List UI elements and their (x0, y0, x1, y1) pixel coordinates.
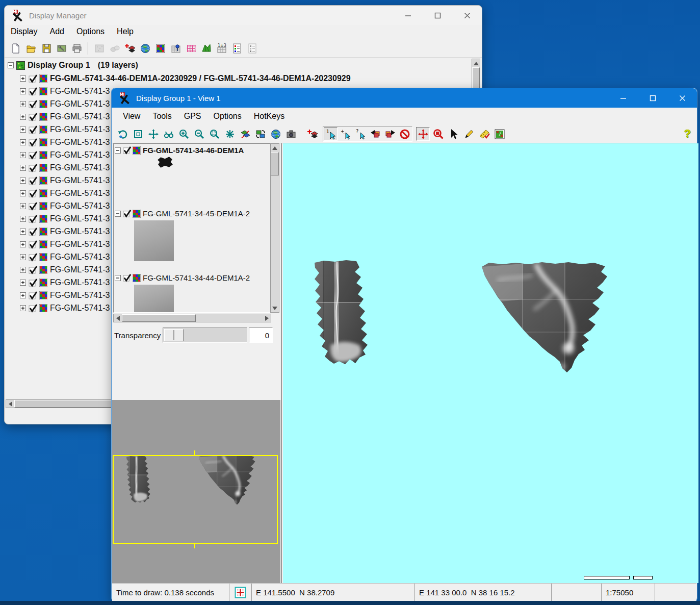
expand-icon[interactable] (20, 254, 26, 260)
checkbox-checked-icon[interactable] (123, 209, 132, 218)
view-titlebar[interactable]: Display Group 1 - View 1 (112, 88, 697, 108)
frame-icon[interactable] (131, 127, 145, 141)
add-grid-icon[interactable] (184, 41, 198, 55)
checkbox-checked-icon[interactable] (29, 87, 38, 96)
add-database-icon[interactable] (215, 41, 228, 55)
checkbox-checked-icon[interactable] (29, 99, 38, 109)
georeference-icon[interactable] (492, 127, 506, 141)
collapse-icon[interactable] (115, 147, 121, 154)
layer-row[interactable]: FG-GML-5741-34-46-DEM1A-20230929 / FG-GM… (6, 72, 471, 85)
scroll-left-icon[interactable] (114, 314, 122, 322)
scroll-right-icon[interactable] (263, 314, 271, 322)
edit-tool-icon[interactable] (462, 127, 476, 141)
maximize-button[interactable] (638, 88, 667, 108)
layer-panel-vscrollbar[interactable] (270, 143, 279, 313)
checkbox-checked-icon[interactable] (29, 291, 38, 300)
scroll-left-icon[interactable] (6, 400, 14, 408)
pan-tool-icon[interactable] (416, 127, 430, 141)
measure-tool-icon[interactable] (477, 127, 491, 141)
zoom-out-icon[interactable] (192, 127, 206, 141)
zoom-in-icon[interactable] (177, 127, 191, 141)
new-file-icon[interactable] (9, 41, 22, 55)
transparency-value[interactable]: 0 (249, 327, 273, 343)
expand-icon[interactable] (20, 178, 26, 184)
menu-options[interactable]: Options (214, 112, 242, 121)
minimize-button[interactable] (393, 6, 423, 25)
layer-item[interactable]: FG-GML-5741-34-46-DEM1A (115, 146, 244, 155)
checkbox-checked-icon[interactable] (29, 163, 38, 172)
checkbox-checked-icon[interactable] (29, 253, 38, 262)
checkbox-checked-icon[interactable] (29, 74, 38, 83)
display-manager-titlebar[interactable]: Display Manager (5, 6, 482, 25)
expand-icon[interactable] (20, 216, 26, 222)
expand-icon[interactable] (20, 127, 26, 133)
pointer-tool-icon[interactable] (447, 127, 460, 141)
expand-icon[interactable] (20, 292, 26, 298)
expand-icon[interactable] (20, 75, 26, 82)
expand-icon[interactable] (20, 152, 26, 158)
expand-icon[interactable] (20, 139, 26, 145)
layers-icon[interactable] (238, 127, 252, 141)
checkbox-checked-icon[interactable] (29, 176, 38, 185)
redraw-icon[interactable] (116, 127, 129, 141)
help-button[interactable]: ? (684, 127, 691, 140)
menu-options[interactable]: Options (76, 27, 105, 36)
crosshair-status-icon[interactable] (229, 584, 252, 601)
binoculars-icon[interactable] (162, 127, 175, 141)
add-rgb-raster-icon[interactable] (153, 41, 167, 55)
checkbox-checked-icon[interactable] (123, 146, 132, 155)
layer-item[interactable]: FG-GML-5741-34-45-DEM1A-2 (115, 209, 250, 218)
display-group-row[interactable]: Display Group 1 (19 layers) (6, 59, 471, 72)
minimize-button[interactable] (608, 88, 638, 108)
open-file-icon[interactable] (24, 41, 38, 55)
zoom-rect-tool-icon[interactable] (431, 127, 445, 141)
checkbox-checked-icon[interactable] (123, 273, 132, 282)
select-plusminus-icon[interactable] (339, 127, 352, 141)
view-extent-rectangle[interactable] (113, 455, 278, 544)
add-layer-icon[interactable] (123, 41, 137, 55)
expand-icon[interactable] (20, 88, 26, 94)
checkbox-checked-icon[interactable] (29, 240, 38, 249)
collapse-icon[interactable] (8, 62, 14, 68)
layer-item[interactable]: FG-GML-5741-34-44-DEM1A-2 (115, 273, 250, 282)
next-element-icon[interactable] (383, 127, 397, 141)
checkbox-checked-icon[interactable] (29, 125, 38, 134)
add-terrain-icon[interactable] (199, 41, 213, 55)
checkbox-checked-icon[interactable] (29, 265, 38, 274)
scrollbar-thumb[interactable] (271, 152, 279, 175)
menu-help[interactable]: Help (117, 27, 134, 36)
save-icon[interactable] (39, 41, 53, 55)
expand-icon[interactable] (20, 203, 26, 209)
expand-icon[interactable] (20, 280, 26, 286)
checkbox-checked-icon[interactable] (29, 112, 38, 121)
menu-gps[interactable]: GPS (184, 112, 201, 121)
add-layer-icon[interactable] (305, 127, 319, 141)
previous-element-icon[interactable] (368, 127, 382, 141)
checkbox-checked-icon[interactable] (29, 201, 38, 211)
scroll-down-icon[interactable] (271, 304, 279, 312)
menu-tools[interactable]: Tools (152, 112, 171, 121)
menu-add[interactable]: Add (49, 27, 64, 36)
checkbox-checked-icon[interactable] (29, 304, 38, 313)
close-button[interactable] (452, 6, 482, 25)
collapse-icon[interactable] (115, 275, 121, 281)
display-setup-icon[interactable] (55, 41, 68, 55)
snapshot-icon[interactable] (284, 127, 298, 141)
select-query-icon[interactable] (353, 127, 367, 141)
menu-view[interactable]: View (123, 112, 140, 121)
scrollbar-thumb[interactable] (122, 314, 196, 322)
zoom-box-icon[interactable] (208, 127, 221, 141)
full-extent-icon[interactable] (223, 127, 237, 141)
expand-icon[interactable] (20, 165, 26, 171)
scroll-up-icon[interactable] (472, 59, 480, 67)
checkbox-checked-icon[interactable] (29, 214, 38, 223)
menu-display[interactable]: Display (11, 27, 37, 36)
layer-panel-hscrollbar[interactable] (113, 314, 271, 322)
checkbox-checked-icon[interactable] (29, 227, 38, 236)
expand-icon[interactable] (20, 101, 26, 107)
expand-icon[interactable] (20, 241, 26, 247)
add-web-layer-icon[interactable] (138, 41, 152, 55)
checkbox-checked-icon[interactable] (29, 138, 38, 147)
collapse-icon[interactable] (115, 211, 121, 217)
overview-map[interactable] (112, 400, 280, 597)
